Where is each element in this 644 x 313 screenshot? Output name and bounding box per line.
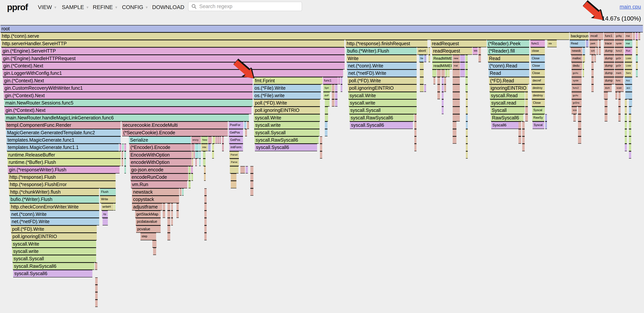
- flame-frame[interactable]: [444, 77, 446, 84]
- flame-frame[interactable]: templates.MagicGenerate.func1.1: [7, 144, 119, 151]
- flame-frame[interactable]: poll.ignoringEINTRIO: [348, 84, 417, 92]
- flame-frame[interactable]: [414, 136, 416, 144]
- flame-frame[interactable]: Close: [531, 62, 545, 69]
- flame-frame[interactable]: [573, 114, 576, 121]
- flame-frame[interactable]: [171, 218, 173, 225]
- flame-frame[interactable]: [222, 136, 224, 144]
- flame-frame[interactable]: Read: [570, 40, 585, 47]
- flame-frame[interactable]: [335, 99, 338, 107]
- flame-frame[interactable]: gin.(*Context).Next: [4, 107, 252, 114]
- flame-frame[interactable]: [599, 40, 601, 47]
- flame-frame[interactable]: Liste: [625, 55, 632, 62]
- flame-frame[interactable]: sch: [590, 47, 596, 55]
- flame-frame[interactable]: [578, 136, 581, 144]
- flame-frame[interactable]: syscall.Write: [348, 92, 417, 99]
- flame-frame[interactable]: [442, 77, 444, 84]
- flame-frame[interactable]: [204, 233, 206, 240]
- flame-frame[interactable]: [437, 69, 441, 77]
- flame-frame[interactable]: [332, 92, 334, 99]
- flame-frame[interactable]: net.(*netFD).Write: [347, 69, 417, 77]
- flame-frame[interactable]: [208, 144, 210, 151]
- flame-frame[interactable]: Serv: [625, 69, 632, 77]
- flame-frame[interactable]: ReadMIME: [432, 55, 452, 62]
- flame-frame[interactable]: gin.(*Context).Next: [3, 77, 252, 84]
- flame-frame[interactable]: [625, 92, 632, 99]
- flame-frame[interactable]: [182, 188, 184, 196]
- flame-frame[interactable]: [199, 159, 200, 166]
- flame-frame[interactable]: [188, 166, 190, 173]
- flame-frame[interactable]: [414, 121, 416, 129]
- flame-frame[interactable]: [204, 196, 206, 203]
- flame-frame[interactable]: [618, 114, 620, 121]
- flame-frame[interactable]: [325, 99, 330, 107]
- flame-frame[interactable]: [625, 107, 627, 114]
- flame-frame[interactable]: Se: [419, 55, 424, 62]
- flame-frame[interactable]: [453, 107, 460, 114]
- flame-frame[interactable]: gin.(*Context).Next: [4, 92, 252, 99]
- flame-frame[interactable]: [204, 218, 206, 225]
- flame-frame[interactable]: [478, 55, 481, 62]
- flame-frame[interactable]: [466, 69, 468, 77]
- flame-frame[interactable]: [583, 69, 584, 77]
- flame-frame[interactable]: [325, 129, 328, 136]
- flame-frame[interactable]: [163, 211, 165, 218]
- flame-frame[interactable]: [453, 136, 456, 144]
- flame-frame[interactable]: [203, 151, 206, 159]
- flame-frame[interactable]: http.(*response).finishRequest: [346, 40, 428, 47]
- flame-frame[interactable]: encry: [191, 136, 201, 144]
- flame-frame[interactable]: syscall.RawSyscall6: [13, 263, 94, 270]
- flame-frame[interactable]: readMIMEI: [432, 62, 452, 69]
- flame-frame[interactable]: poll.ignoringEINTRIO: [254, 107, 320, 114]
- flame-frame[interactable]: [195, 159, 197, 166]
- flame-frame[interactable]: [453, 99, 460, 107]
- flame-frame[interactable]: [217, 136, 219, 144]
- flame-frame[interactable]: func1: [530, 40, 545, 47]
- flame-frame[interactable]: [636, 40, 638, 47]
- flame-frame[interactable]: [466, 121, 468, 129]
- flame-frame[interactable]: [124, 144, 126, 151]
- flame-frame[interactable]: [208, 136, 212, 144]
- flame-frame[interactable]: [442, 92, 444, 99]
- flame-frame[interactable]: [518, 129, 521, 136]
- flame-frame[interactable]: dum: [604, 84, 612, 92]
- flame-frame[interactable]: [466, 77, 468, 84]
- flame-frame[interactable]: newob: [571, 47, 582, 55]
- flame-frame[interactable]: syste: [615, 40, 624, 47]
- flame-frame[interactable]: net.(*conn).Write: [10, 211, 99, 218]
- flame-frame[interactable]: [466, 136, 468, 144]
- flame-frame[interactable]: Syscall6: [491, 121, 521, 129]
- flame-frame[interactable]: [231, 181, 236, 188]
- flame-frame[interactable]: main.NewRouter.handleMagicLinkGeneration…: [5, 114, 249, 121]
- flame-frame[interactable]: http.(*conn).serve: [1, 32, 569, 40]
- flame-frame[interactable]: malloc: [571, 55, 582, 62]
- flame-frame[interactable]: syscall.Syscall: [254, 129, 320, 136]
- flame-frame[interactable]: syscall.RawSyscall6: [254, 136, 318, 144]
- flame-frame[interactable]: Syscall: [490, 107, 525, 114]
- flame-frame[interactable]: dump: [604, 47, 614, 55]
- flame-frame[interactable]: [466, 84, 468, 92]
- flame-frame[interactable]: syscall.RawSyscall6: [350, 114, 414, 121]
- flame-frame[interactable]: [629, 121, 631, 129]
- flame-frame[interactable]: [114, 203, 116, 211]
- flame-frame[interactable]: [204, 173, 206, 181]
- flame-frame[interactable]: [525, 114, 528, 121]
- flame-frame[interactable]: GetPos: [229, 129, 243, 136]
- flame-frame[interactable]: (*Reader).Peek: [487, 40, 529, 47]
- flame-frame[interactable]: gcDra: [572, 99, 582, 107]
- flame-frame[interactable]: encodeRunCode: [130, 173, 188, 181]
- flame-frame[interactable]: [592, 77, 594, 84]
- flame-frame[interactable]: poll.(*FD).Write: [348, 77, 417, 84]
- flame-frame[interactable]: gcAs: [572, 69, 582, 77]
- flame-frame[interactable]: [522, 129, 525, 136]
- flame-frame[interactable]: [545, 114, 547, 121]
- flame-frame[interactable]: http.(*chunkWriter).flush: [9, 188, 99, 196]
- flame-frame[interactable]: [246, 166, 248, 173]
- flame-frame[interactable]: destroy: [532, 84, 545, 92]
- flame-frame[interactable]: [250, 173, 254, 181]
- flame-frame[interactable]: [102, 218, 108, 225]
- flame-frame[interactable]: func2: [615, 47, 624, 55]
- flame-frame[interactable]: ignoringEINTRIO: [490, 84, 528, 92]
- flame-frame[interactable]: [453, 114, 460, 121]
- flame-frame[interactable]: http.(*response).Flush: [8, 173, 116, 181]
- flame-frame[interactable]: syscall.write: [254, 121, 320, 129]
